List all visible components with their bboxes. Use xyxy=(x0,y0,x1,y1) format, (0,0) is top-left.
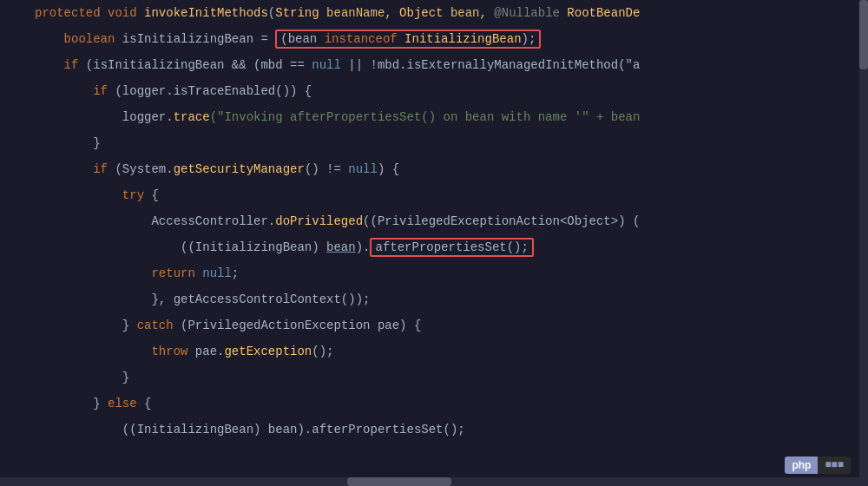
null-1: null xyxy=(312,58,341,72)
indent-11 xyxy=(35,266,151,280)
indent-13 xyxy=(35,319,122,332)
brace-open-2: ) { xyxy=(378,162,399,176)
indent-9 xyxy=(35,214,151,228)
line-content-11: return null; xyxy=(35,260,859,286)
null-2: null xyxy=(348,162,378,176)
logger-condition: (logger.isTraceEnabled()) { xyxy=(115,84,312,98)
cast-open: ((InitializingBean) xyxy=(181,240,326,254)
brace-close-catch: } xyxy=(122,371,129,384)
accesscontroller-ref: AccessController. xyxy=(151,214,275,228)
line-content-17: ((InitializingBean) bean).afterPropertie… xyxy=(35,417,859,443)
line-1: protected void invokeInitMethods(String … xyxy=(0,0,868,26)
brace-close-if: } xyxy=(93,397,108,410)
indent-12 xyxy=(35,292,151,306)
keyword-instanceof: instanceof xyxy=(325,32,398,46)
horizontal-scrollbar[interactable] xyxy=(0,477,859,486)
line-12: }, getAccessControlContext()); xyxy=(0,286,868,312)
scrollbar-thumb[interactable] xyxy=(859,0,868,69)
line-2: boolean isInitializingBean = (bean insta… xyxy=(0,26,868,52)
logger-ref: logger. xyxy=(122,110,174,124)
var-isinitializing: isInitializingBean = xyxy=(122,32,275,46)
keyword-try: try xyxy=(122,188,152,202)
brace-open-3: { xyxy=(151,188,158,202)
security-condition: () != xyxy=(305,162,348,176)
string-trace: ("Invoking afterPropertiesSet() on bean … xyxy=(210,110,641,124)
method-getexception: getException xyxy=(224,345,312,358)
keyword-else: else xyxy=(108,397,144,410)
pae-ref: pae. xyxy=(195,345,225,358)
line-7: if (System.getSecurityManager() != null)… xyxy=(0,156,868,182)
line-13: } catch (PrivilegedActionException pae) … xyxy=(0,312,868,338)
line-3: if (isInitializingBean && (mbd == null |… xyxy=(0,52,868,78)
null-3: null xyxy=(202,266,232,280)
line-11: return null; xyxy=(0,260,868,286)
keyword-throw: throw xyxy=(151,345,194,358)
line-content-6: } xyxy=(35,130,859,156)
indent-4 xyxy=(35,84,93,98)
line-content-5: logger.trace("Invoking afterPropertiesSe… xyxy=(35,104,859,130)
keyword-if-2: if xyxy=(93,84,115,98)
cast-close-dot: ). xyxy=(356,240,371,254)
paren-close-1: (); xyxy=(312,345,333,358)
type-rootbeande: RootBeanDe xyxy=(567,6,640,20)
line-content-8: try { xyxy=(35,182,859,208)
indent-15 xyxy=(35,371,122,384)
keyword-return: return xyxy=(151,266,202,280)
keyword-protected: protected xyxy=(35,6,108,20)
php-badge-lang: ■■■ xyxy=(818,456,851,474)
line-16: } else { xyxy=(0,391,868,417)
indent-8 xyxy=(35,188,122,202)
else-body: ((InitializingBean) bean).afterPropertie… xyxy=(122,423,465,437)
code-editor: protected void invokeInitMethods(String … xyxy=(0,0,868,486)
or-condition: || !mbd.isExternallyManagedInitMethod("a xyxy=(341,58,640,72)
var-bean-underline: bean xyxy=(326,240,356,254)
line-content-9: AccessController.doPrivileged((Privilege… xyxy=(35,208,859,234)
keyword-void: void xyxy=(108,6,144,20)
highlight-afterproperties: afterPropertiesSet(); xyxy=(370,238,533,257)
line-4: if (logger.isTraceEnabled()) { xyxy=(0,78,868,104)
line-content-15: } xyxy=(35,364,859,391)
type-string: String xyxy=(275,6,326,20)
line-content-4: if (logger.isTraceEnabled()) { xyxy=(35,78,859,104)
type-initializingbean: InitializingBean xyxy=(404,32,521,46)
line-14: throw pae.getException(); xyxy=(0,338,868,364)
if-condition: (isInitializingBean && (mbd == xyxy=(86,58,312,72)
keyword-if-1: if xyxy=(64,58,86,72)
annotation-nullable: @Nullable xyxy=(494,6,567,20)
method-doprivileged: doPrivileged xyxy=(275,214,363,228)
param-bean: bean, xyxy=(450,6,494,20)
indent-3 xyxy=(35,58,64,72)
line-content-1: protected void invokeInitMethods(String … xyxy=(35,0,859,26)
keyword-boolean: boolean xyxy=(64,32,122,46)
keyword-if-3: if xyxy=(93,162,115,176)
line-15: } xyxy=(0,364,868,391)
h-scrollbar-thumb[interactable] xyxy=(347,477,451,486)
line-content-7: if (System.getSecurityManager() != null)… xyxy=(35,156,859,182)
line-content-16: } else { xyxy=(35,391,859,417)
line-content-14: throw pae.getException(); xyxy=(35,338,859,364)
code-lines: protected void invokeInitMethods(String … xyxy=(0,0,868,443)
line-content-2: boolean isInitializingBean = (bean insta… xyxy=(35,26,859,52)
indent-5 xyxy=(35,110,122,124)
catch-param: (PrivilegedActionException pae) { xyxy=(181,319,421,332)
indent-16 xyxy=(35,397,93,410)
line-8: try { xyxy=(0,182,868,208)
line-content-13: } catch (PrivilegedActionException pae) … xyxy=(35,312,859,338)
semicolon-1: ; xyxy=(232,266,239,280)
indent-6 xyxy=(35,136,93,150)
brace-close-1: } xyxy=(93,136,100,150)
line-content-10: ((InitializingBean) bean).afterPropertie… xyxy=(35,234,859,260)
indent-14 xyxy=(35,345,151,358)
method-name: invokeInitMethods xyxy=(144,6,268,20)
line-9: AccessController.doPrivileged((Privilege… xyxy=(0,208,868,234)
highlight-instanceof: (bean instanceof InitializingBean); xyxy=(275,30,541,49)
line-17: ((InitializingBean) bean).afterPropertie… xyxy=(0,417,868,443)
type-object: Object xyxy=(399,6,450,20)
indent-17 xyxy=(35,423,122,437)
vertical-scrollbar[interactable] xyxy=(859,0,868,486)
line-5: logger.trace("Invoking afterPropertiesSe… xyxy=(0,104,868,130)
method-trace: trace xyxy=(174,110,210,124)
line-6: } xyxy=(0,130,868,156)
php-badge-container: php ■■■ xyxy=(785,456,851,474)
getaccesscontrol: }, getAccessControlContext()); xyxy=(151,292,370,306)
